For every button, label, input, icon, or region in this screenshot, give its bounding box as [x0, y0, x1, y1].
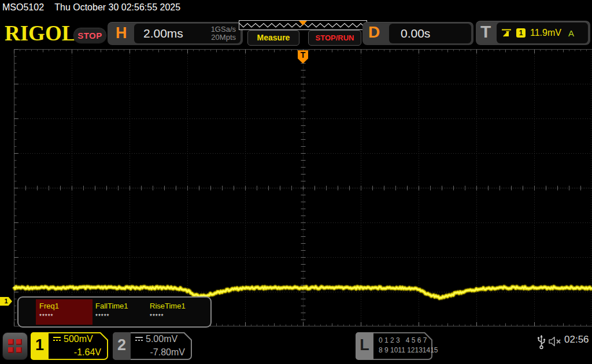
acquisition-info: 1GSa/s 20Mpts	[211, 25, 236, 42]
titlebar: MSO5102 Thu October 30 02:56:55 2025	[2, 2, 180, 13]
trigger-widget[interactable]: T 1 11.9mV A	[476, 21, 590, 45]
measurement-overlay[interactable]: Freq1 ***** FallTime1 ***** RiseTime1 **…	[17, 296, 212, 328]
clock-label: 02:56	[564, 334, 589, 346]
rigol-logo: RIGOL	[5, 21, 76, 46]
dc-coupling-icon	[53, 336, 61, 342]
channel2-offset: -7.80mV	[150, 347, 185, 358]
timebase-value: 2.00ms	[143, 27, 211, 40]
delay-label: D	[368, 23, 380, 42]
run-state-badge: STOP	[73, 27, 107, 44]
measurement-value: *****	[39, 313, 53, 320]
delay-value: 0.00s	[401, 27, 430, 40]
bottom-bar: 1 500mV -1.64V 2	[0, 329, 592, 364]
dc-coupling-icon	[135, 336, 143, 342]
ch1-waveform	[0, 49, 592, 326]
channel1-number-tab[interactable]: 1	[31, 332, 49, 360]
measurement-value: *****	[150, 313, 164, 320]
layout-grid-button[interactable]	[2, 332, 28, 360]
trigger-mode: A	[568, 28, 574, 38]
measurement-label[interactable]: RiseTime1	[150, 302, 186, 310]
channel1-scale: 500mV	[64, 334, 93, 344]
sample-rate: 1GSa/s	[211, 25, 236, 34]
usb-icon	[536, 333, 546, 350]
stop-run-button[interactable]: STOP/RUN	[308, 30, 361, 46]
measurement-label[interactable]: Freq1	[39, 302, 59, 310]
measure-button[interactable]: Measure	[247, 30, 299, 46]
channel2-widget[interactable]: 2 5.00mV -7.80mV	[113, 332, 192, 360]
horizontal-timebase-widget[interactable]: H 2.00ms 1GSa/s 20Mpts	[108, 22, 243, 45]
trigger-slope-icon	[501, 28, 512, 38]
measurement-value: *****	[95, 313, 109, 320]
trigger-source-badge: 1	[516, 28, 526, 38]
digital-channels-row1: 0 1 2 3 4 5 6 7	[379, 336, 427, 344]
digital-label-tab[interactable]: L	[356, 332, 373, 360]
memory-position-icon[interactable]	[299, 21, 307, 25]
horizontal-label: H	[116, 24, 127, 42]
memory-depth: 20Mpts	[211, 34, 236, 42]
datetime-label: Thu October 30 02:56:55 2025	[54, 2, 180, 12]
measurement-label[interactable]: FallTime1	[95, 302, 128, 310]
speaker-muted-icon[interactable]	[548, 335, 563, 348]
model-name: MSO5102	[2, 2, 44, 12]
four-squares-icon	[8, 339, 22, 353]
trigger-label: T	[480, 22, 491, 42]
digital-channels-row2: 8 9 1011 12131415	[379, 346, 438, 354]
channel2-number-tab[interactable]: 2	[113, 332, 131, 360]
channel1-offset: -1.64V	[74, 347, 101, 358]
graticule: T 1 Freq1 ***** FallTime1 ***** RiseTime…	[0, 49, 592, 326]
delay-widget[interactable]: D 0.00s	[362, 22, 473, 45]
trigger-level-value: 11.9mV	[530, 28, 561, 38]
digital-channels-widget[interactable]: L 0 1 2 3 4 5 6 7 8 9 1011 12131415	[356, 332, 432, 360]
channel2-scale: 5.00mV	[146, 334, 177, 344]
channel1-widget[interactable]: 1 500mV -1.64V	[31, 332, 108, 360]
oscilloscope-screen: MSO5102 Thu October 30 02:56:55 2025 RIG…	[0, 0, 592, 364]
